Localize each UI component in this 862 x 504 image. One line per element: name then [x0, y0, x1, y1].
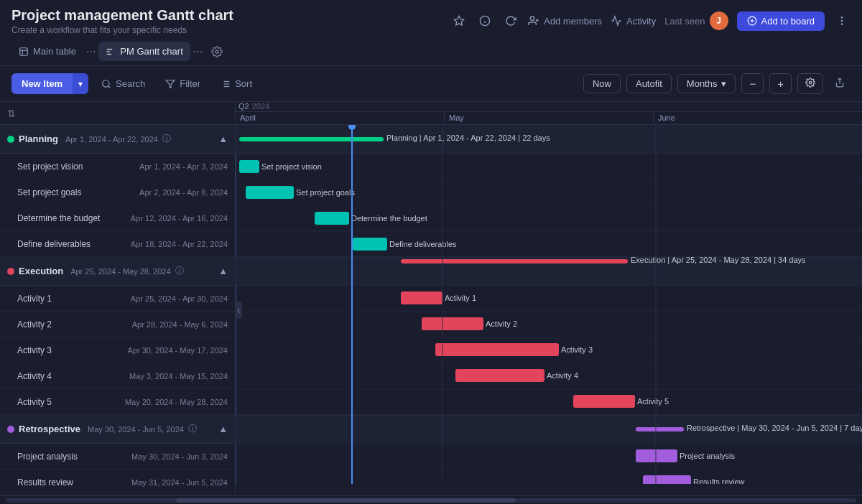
- bar-set-project-vision[interactable]: [239, 160, 259, 173]
- settings-button[interactable]: [208, 43, 226, 60]
- now-button[interactable]: Now: [583, 74, 621, 93]
- expand-all-icon[interactable]: ⇅: [7, 108, 16, 119]
- quarter-row: Q2 2024: [236, 102, 862, 112]
- gantt-time-header: Q2 2024 April May June: [236, 102, 862, 124]
- refresh-button[interactable]: [502, 12, 519, 29]
- task-left: Activity 5 May 20, 2024 - May 28, 2024: [0, 397, 236, 407]
- task-row: Set project goals Apr 2, 2024 - Apr 8, 2…: [0, 179, 235, 205]
- add-to-board-button[interactable]: Add to board: [737, 11, 825, 31]
- bar-activity4[interactable]: [455, 369, 544, 382]
- left-panel: Planning Apr 1, 2024 - Apr 22, 2024 ⓘ ▲ …: [0, 125, 236, 495]
- task-dates: May 3, 2024 - May 15, 2024: [129, 372, 228, 381]
- filter-button[interactable]: Filter: [158, 74, 208, 93]
- svg-rect-13: [20, 47, 28, 55]
- zoom-out-button[interactable]: −: [741, 73, 764, 94]
- share-button[interactable]: [829, 74, 851, 93]
- label-determine-budget: Determine the budget: [351, 214, 427, 223]
- task-row: Activity 1 Apr 25, 2024 - Apr 30, 2024: [0, 286, 235, 312]
- header-left: Project management Gantt chart Create a …: [11, 7, 233, 35]
- more-options-button[interactable]: [833, 12, 851, 29]
- task-left: Activity 4 May 3, 2024 - May 15, 2024: [0, 371, 236, 381]
- new-item-label: New Item: [22, 78, 62, 89]
- execution-dates: Apr 25, 2024 - May 28, 2024: [70, 267, 170, 276]
- bar-activity5[interactable]: [573, 395, 635, 408]
- quarter-label: Q2: [238, 102, 249, 111]
- bar-results-review[interactable]: [643, 475, 691, 484]
- gear-button[interactable]: [797, 73, 823, 94]
- task-dates: Apr 2, 2024 - Apr 8, 2024: [139, 188, 228, 197]
- toolbar-right: Now Autofit Months ▾ − +: [583, 73, 851, 94]
- horizontal-scrollbar[interactable]: [0, 495, 862, 504]
- pm-gantt-dots[interactable]: ···: [193, 45, 203, 58]
- task-name: Activity 3: [17, 345, 52, 355]
- task-left: Set project vision Apr 1, 2024 - Apr 3, …: [0, 162, 236, 172]
- execution-group-bar[interactable]: [401, 259, 628, 263]
- task-left: Define deliverables Apr 18, 2024 - Apr 2…: [0, 239, 236, 249]
- svg-line-21: [108, 85, 111, 88]
- planning-group-label: Planning | Apr 1, 2024 - Apr 22, 2024 | …: [386, 134, 550, 142]
- bar-project-analysis[interactable]: [636, 449, 677, 462]
- sort-button[interactable]: Sort: [213, 74, 259, 93]
- main-table-dots[interactable]: ···: [86, 45, 96, 58]
- tabs-row: Main table ··· PM Gantt chart ···: [0, 37, 862, 66]
- new-item-chevron-button[interactable]: ▾: [73, 73, 88, 94]
- svg-point-29: [809, 81, 812, 84]
- planning-info-icon[interactable]: ⓘ: [162, 133, 171, 145]
- search-label: Search: [116, 78, 145, 89]
- svg-point-11: [841, 20, 842, 21]
- gantt-svg: Planning | Apr 1, 2024 - Apr 22, 2024 | …: [236, 125, 862, 484]
- label-results-review: Results review: [693, 477, 745, 484]
- bar-set-project-goals[interactable]: [246, 186, 294, 199]
- label-activity4: Activity 4: [547, 371, 578, 380]
- autofit-button[interactable]: Autofit: [626, 74, 672, 93]
- task-dates: May 30, 2024 - Jun 3, 2024: [131, 452, 228, 461]
- execution-chevron[interactable]: ▲: [218, 266, 228, 276]
- scrollbar-track: [6, 498, 856, 503]
- month-may: May: [445, 112, 654, 124]
- toolbar: New Item ▾ Search Filter Sort Now Autofi…: [0, 66, 862, 102]
- planning-chevron[interactable]: ▲: [218, 134, 228, 144]
- bar-determine-budget[interactable]: [315, 212, 349, 225]
- retrospective-group-bar[interactable]: [636, 427, 684, 431]
- svg-point-20: [103, 80, 109, 86]
- task-left: Activity 3 Apr 30, 2024 - May 17, 2024: [0, 345, 236, 355]
- bar-activity3[interactable]: [435, 343, 559, 356]
- star-button[interactable]: [450, 12, 468, 29]
- execution-info-icon[interactable]: ⓘ: [175, 265, 184, 277]
- retrospective-group-label: Retrospective | May 30, 2024 - Jun 5, 20…: [687, 424, 862, 432]
- planning-group-bar[interactable]: [239, 137, 384, 141]
- task-dates: Apr 30, 2024 - May 17, 2024: [128, 346, 228, 355]
- filter-label: Filter: [180, 78, 200, 89]
- page-subtitle: Create a workflow that fits your specifi…: [11, 25, 233, 35]
- task-row: Results review May 31, 2024 - Jun 5, 202…: [0, 470, 235, 495]
- svg-point-12: [841, 24, 842, 24]
- page-title: Project management Gantt chart: [11, 7, 233, 24]
- avatar: J: [710, 11, 728, 30]
- task-left: Results review May 31, 2024 - Jun 5, 202…: [0, 477, 236, 487]
- bar-activity2[interactable]: [422, 317, 483, 330]
- planning-name: Planning: [19, 134, 58, 144]
- retrospective-chevron[interactable]: ▲: [218, 424, 228, 434]
- info-button[interactable]: [476, 12, 493, 29]
- search-button[interactable]: Search: [94, 74, 152, 93]
- label-define-deliverables: Define deliverables: [389, 240, 457, 248]
- left-panel-header: ⇅: [0, 102, 236, 124]
- task-dates: Apr 18, 2024 - Apr 22, 2024: [131, 240, 228, 248]
- bar-define-deliverables[interactable]: [353, 238, 387, 251]
- add-members-button[interactable]: Add members: [528, 15, 602, 27]
- months-button[interactable]: Months ▾: [677, 74, 736, 93]
- task-row: Activity 5 May 20, 2024 - May 28, 2024: [0, 389, 235, 415]
- label-activity5: Activity 5: [637, 397, 669, 406]
- zoom-in-button[interactable]: +: [769, 73, 792, 94]
- task-left: Activity 2 Apr 28, 2024 - May 6, 2024: [0, 319, 236, 330]
- activity-button[interactable]: Activity: [611, 15, 656, 27]
- svg-marker-22: [166, 80, 175, 88]
- scroll-left-arrow[interactable]: ‹: [236, 302, 242, 319]
- bar-activity1[interactable]: [401, 291, 442, 304]
- task-name: Results review: [17, 477, 73, 487]
- scrollbar-thumb[interactable]: [176, 498, 516, 503]
- tab-main-table[interactable]: Main table: [11, 42, 83, 61]
- new-item-button[interactable]: New Item: [11, 73, 73, 94]
- retrospective-info-icon[interactable]: ⓘ: [188, 423, 197, 435]
- tab-pm-gantt[interactable]: PM Gantt chart: [98, 42, 190, 61]
